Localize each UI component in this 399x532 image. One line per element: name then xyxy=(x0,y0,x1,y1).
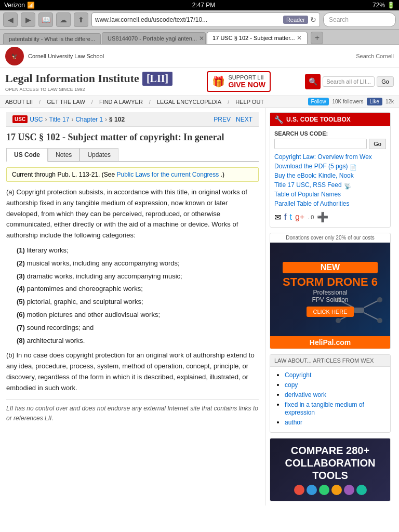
law-item: (5) pictorial, graphic, and sculptural w… xyxy=(17,297,259,308)
facebook-share-icon[interactable]: f xyxy=(284,212,286,222)
prev-link[interactable]: PREV xyxy=(214,116,231,123)
tab-antenna[interactable]: US8144070 - Portable yagi anten... ✕ xyxy=(102,32,206,44)
drone-cta-button[interactable]: CLICK HERE xyxy=(307,307,353,317)
address-bar[interactable]: www.law.cornell.edu/uscode/text/17/10...… xyxy=(91,12,320,27)
twitter-share-icon[interactable]: t xyxy=(289,212,291,222)
browser-chrome: ◀ ▶ 📖 ☁ ⬆ www.law.cornell.edu/uscode/tex… xyxy=(0,10,399,30)
usc-flag: USC xyxy=(12,115,28,123)
rss-link[interactable]: Title 17 USC, RSS Feed xyxy=(274,181,342,189)
rss-icon: 📡 xyxy=(344,183,351,190)
email-share-icon[interactable]: ✉ xyxy=(274,212,281,222)
law-item: (7) sound recordings; and xyxy=(17,323,259,334)
pdf-download-link[interactable]: Download the PDF (5 pgs) xyxy=(274,163,348,170)
share-button[interactable]: ⬆ xyxy=(74,12,88,27)
tab-notes[interactable]: Notes xyxy=(48,148,79,161)
tab-close-icon[interactable]: ✕ xyxy=(199,35,204,42)
battery-text: 72% xyxy=(373,2,385,9)
wex-link[interactable]: fixed in a tangible medium of expression xyxy=(285,401,364,416)
item-num: (8) xyxy=(17,337,25,344)
svg-point-7 xyxy=(336,318,341,323)
search-go-button[interactable]: Go xyxy=(377,76,394,87)
prev-next: PREV NEXT xyxy=(214,116,252,123)
tabs-bar: patentability - What is the differe... U… xyxy=(0,30,399,45)
bookmarks-button[interactable]: 📖 xyxy=(38,12,53,27)
reader-button[interactable]: Reader xyxy=(283,16,308,24)
law-item: (2) musical works, including any accompa… xyxy=(17,258,259,269)
sidebar: 🔧 U.S. CODE TOOLBOX SEARCH US CODE: Go C… xyxy=(265,108,395,506)
law-item: (8) architectural works. xyxy=(17,336,259,347)
nav-helpout[interactable]: HELP OUT xyxy=(235,99,264,105)
public-laws-link[interactable]: Public Laws for the current Congress xyxy=(116,171,219,178)
toolbox-title: U.S. CODE TOOLBOX xyxy=(286,116,351,123)
nav-bar: ABOUT LII / GET THE LAW / FIND A LAWYER … xyxy=(0,96,399,108)
content-area: USC USC › Title 17 › Chapter 1 › § 102 P… xyxy=(0,108,265,432)
bottom-ad-title: COMPARE 280+ COLLABORATION TOOLS xyxy=(285,444,375,482)
wex-link[interactable]: copy xyxy=(285,381,298,389)
breadcrumb-chapter[interactable]: Chapter 1 xyxy=(75,116,103,123)
back-button[interactable]: ◀ xyxy=(3,12,18,27)
wex-link[interactable]: Copyright xyxy=(285,371,311,379)
time-display: 2:47 PM xyxy=(192,2,216,9)
drone-ad[interactable]: Donations cover only 20% of our costs NE… xyxy=(270,233,391,349)
next-link[interactable]: NEXT xyxy=(236,116,252,123)
browser-search[interactable]: Search xyxy=(323,12,396,27)
nav-encyclopedia[interactable]: LEGAL ENCYCLOPEDIA xyxy=(157,99,221,105)
lii-logo-text: Legal Information Institute xyxy=(5,72,139,85)
share-add-icon[interactable]: ➕ xyxy=(317,211,328,223)
search-cornell-link[interactable]: Search Cornell xyxy=(356,53,394,59)
popular-names-link[interactable]: Table of Popular Names xyxy=(274,191,386,198)
tab-updates[interactable]: Updates xyxy=(79,148,118,161)
copyright-overview-link[interactable]: Copyright Law: Overview from Wex xyxy=(274,153,386,161)
main-layout: USC USC › Title 17 › Chapter 1 › § 102 P… xyxy=(0,108,399,506)
breadcrumb-usc[interactable]: USC xyxy=(30,116,43,123)
ebook-link[interactable]: Buy the eBook: Kindle, Nook xyxy=(274,172,386,179)
bottom-ad[interactable]: COMPARE 280+ COLLABORATION TOOLS xyxy=(270,438,391,501)
drone-name: STORM DRONE 6 xyxy=(283,275,378,289)
lii-logo-area: Legal Information Institute [LII] OPEN A… xyxy=(5,72,172,92)
drone-ad-image: NEW STORM DRONE 6 Professional FPV Solut… xyxy=(270,243,390,336)
bottom-ad-content: COMPARE 280+ COLLABORATION TOOLS xyxy=(270,438,390,501)
code-search-go[interactable]: Go xyxy=(369,139,386,149)
wex-link[interactable]: author xyxy=(285,419,302,426)
tab-uscode[interactable]: US Code xyxy=(6,148,48,162)
parallel-table-link[interactable]: Parallel Table of Authorities xyxy=(274,200,386,207)
breadcrumb: USC USC › Title 17 › Chapter 1 › § 102 P… xyxy=(6,112,259,127)
wex-link[interactable]: derivative work xyxy=(285,391,326,398)
item-num: (6) xyxy=(17,311,25,318)
url-text: www.law.cornell.edu/uscode/text/17/10... xyxy=(95,16,283,23)
circle-blue xyxy=(307,485,317,495)
twitter-follow-button[interactable]: Follow xyxy=(308,98,329,105)
section-b: (b) In no case does copyright protection… xyxy=(6,350,259,393)
breadcrumb-title17[interactable]: Title 17 xyxy=(49,116,69,123)
pdf-download-row: Download the PDF (5 pgs) 📄 xyxy=(274,163,386,172)
wex-body: Copyrightcopyderivative workfixed in a t… xyxy=(270,367,390,432)
forward-button[interactable]: ▶ xyxy=(21,12,35,27)
tab-usc102[interactable]: 17 USC § 102 - Subject matter... ✕ xyxy=(207,32,308,44)
reload-button[interactable]: ↻ xyxy=(310,16,316,24)
search-lii-input[interactable] xyxy=(323,76,375,87)
code-search-input[interactable] xyxy=(274,139,367,149)
facebook-like-button[interactable]: Like xyxy=(367,98,382,105)
tab-patentability[interactable]: patentability - What is the differe... xyxy=(3,33,101,44)
tab-close-icon[interactable]: ✕ xyxy=(297,34,302,42)
cornell-logo: 🦅 Cornell University Law School xyxy=(5,47,104,65)
compare-circles xyxy=(294,485,367,495)
gplus-share-icon[interactable]: g+ xyxy=(295,212,304,222)
law-items: (1) literary works;(2) musical works, in… xyxy=(6,245,259,346)
tab-label: patentability - What is the differe... xyxy=(9,36,95,42)
nav-links: ABOUT LII / GET THE LAW / FIND A LAWYER … xyxy=(5,99,264,105)
code-search-label: SEARCH US CODE: xyxy=(274,130,386,137)
nav-about[interactable]: ABOUT LII xyxy=(5,99,33,105)
new-tab-button[interactable]: + xyxy=(311,32,323,44)
status-left: Verizon 📶 xyxy=(4,2,35,9)
nav-getlaw[interactable]: GET THE LAW xyxy=(47,99,85,105)
circle-orange xyxy=(331,485,342,495)
tab-label: 17 USC § 102 - Subject matter... xyxy=(212,35,295,41)
lii-banner: Legal Information Institute [LII] OPEN A… xyxy=(0,68,399,96)
cloud-button[interactable]: ☁ xyxy=(56,12,71,27)
item-num: (5) xyxy=(17,298,25,305)
rss-row: Title 17 USC, RSS Feed 📡 xyxy=(274,181,386,191)
donate-banner[interactable]: 🎁 SUPPORT LII GIVE NOW xyxy=(207,71,271,92)
wifi-icon: 📶 xyxy=(27,2,35,9)
nav-findlawyer[interactable]: FIND A LAWYER xyxy=(99,99,143,105)
